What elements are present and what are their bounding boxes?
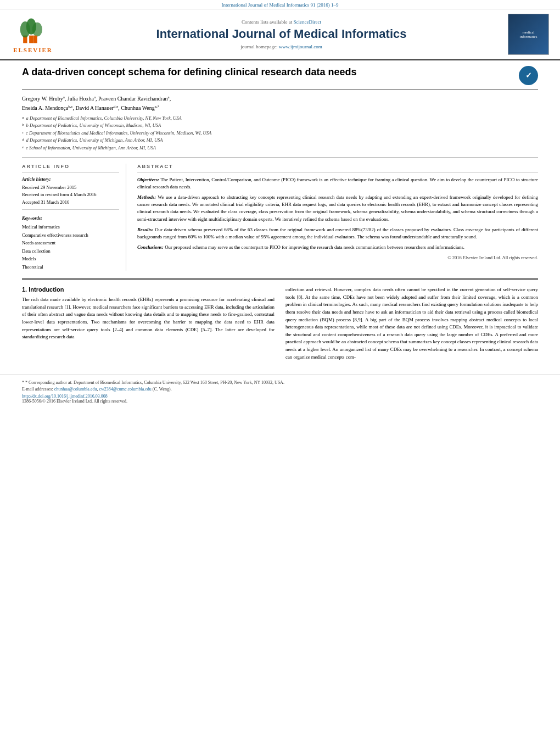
email-suffix: (C. Weng). xyxy=(153,387,172,392)
keyword-5: Models xyxy=(22,255,119,263)
conclusions-label: Conclusions: xyxy=(137,244,164,250)
journal-main-title: International Journal of Medical Informa… xyxy=(55,27,508,41)
intro-para-right-1: collection and retrieval. However, compl… xyxy=(285,286,538,361)
footnote-email: E-mail addresses: chunhua@columbia.edu, … xyxy=(22,386,538,393)
elsevier-text: ELSEVIER xyxy=(13,47,53,53)
divider-1 xyxy=(22,172,119,173)
body-content: 1. Introduction The rich data made avail… xyxy=(22,278,538,364)
intro-right-column: collection and retrieval. However, compl… xyxy=(285,286,538,364)
received-date: Received 29 November 2015 xyxy=(22,184,119,192)
abstract-methods: Methods: We use a data-driven approach t… xyxy=(137,194,538,223)
keyword-4: Data collection xyxy=(22,247,119,255)
keyword-3: Needs assessment xyxy=(22,239,119,247)
email-link[interactable]: chunhua@columbia.edu xyxy=(54,387,97,392)
top-banner: International Journal of Medical Informa… xyxy=(0,0,560,9)
crossmark-icon: ✓ xyxy=(525,71,532,80)
footnote-corresponding: * * Corresponding author at: Department … xyxy=(22,380,538,386)
svg-point-4 xyxy=(32,23,42,37)
journal-header: ELSEVIER Contents lists available at Sci… xyxy=(0,9,560,60)
footnote-text: * Corresponding author at: Department of… xyxy=(25,380,284,385)
article-title: A data-driven concept schema for definin… xyxy=(22,66,513,79)
affiliation-a-text: a Department of Biomedical Informatics, … xyxy=(26,115,182,122)
affiliation-d: dd Department of Pediatrics, University … xyxy=(22,137,538,144)
contents-text: Contents lists available at xyxy=(242,19,292,25)
article-info-column: ARTICLE INFO Article history: Received 2… xyxy=(22,164,126,271)
abstract-objectives: Objectives: The Patient, Intervention, C… xyxy=(137,176,538,191)
email-link-2[interactable]: cw2384@cumc.columbia.edu xyxy=(99,387,151,392)
abstract-divider xyxy=(137,172,538,173)
article-info-section-label: ARTICLE INFO xyxy=(22,164,119,169)
intro-section-label: 1. Introduction xyxy=(22,286,275,293)
methods-label: Methods: xyxy=(137,194,156,200)
keywords-label: Keywords: xyxy=(22,215,119,221)
conclusions-text: Our proposed schema may serve as the cou… xyxy=(165,244,464,250)
accepted-date: Accepted 31 March 2016 xyxy=(22,199,119,207)
abstract-column: ABSTRACT Objectives: The Patient, Interv… xyxy=(137,164,538,271)
article-container: A data-driven concept schema for definin… xyxy=(0,60,560,369)
contents-line: Contents lists available at ScienceDirec… xyxy=(55,19,508,25)
email-label: E-mail addresses: xyxy=(22,387,54,392)
intro-left-column: 1. Introduction The rich data made avail… xyxy=(22,286,275,364)
journal-thumb-text: medicalinformatics xyxy=(520,30,537,39)
results-text: Our data-driven schema preserved 68% of … xyxy=(137,227,538,239)
keyword-1: Medical informatics xyxy=(22,223,119,231)
revised-date: Received in revised form 4 March 2016 xyxy=(22,191,119,199)
homepage-label: journal homepage: xyxy=(240,44,277,49)
affiliations: aa Department of Biomedical Informatics,… xyxy=(22,115,538,152)
copyright-line: © 2016 Elsevier Ireland Ltd. All rights … xyxy=(137,254,538,261)
crossmark-badge[interactable]: ✓ xyxy=(519,66,538,85)
issn-line: 1386-5056/© 2016 Elsevier Ireland Ltd. A… xyxy=(22,399,538,404)
affiliation-c-text: c Department of Biostatistics and Medica… xyxy=(26,130,211,137)
article-title-row: A data-driven concept schema for definin… xyxy=(22,66,538,90)
affiliation-b: bb Department of Pediatrics, University … xyxy=(22,122,538,130)
sciencedirect-link[interactable]: ScienceDirect xyxy=(294,19,321,25)
results-label: Results: xyxy=(137,227,153,232)
svg-rect-5 xyxy=(33,36,37,43)
divider-2 xyxy=(22,209,119,210)
intro-para-1: The rich data made available by electron… xyxy=(22,296,275,341)
intro-left-text: The rich data made available by electron… xyxy=(22,296,275,341)
objectives-label: Objectives: xyxy=(137,177,159,182)
intro-right-text: collection and retrieval. However, compl… xyxy=(285,286,538,361)
keyword-2: Comparative effectiveness research xyxy=(22,231,119,239)
journal-title-center: Contents lists available at ScienceDirec… xyxy=(55,19,508,49)
footer: * * Corresponding author at: Department … xyxy=(0,375,560,407)
svg-rect-1 xyxy=(29,36,33,43)
history-label: Article history: xyxy=(22,176,119,182)
affiliation-b-text: b Department of Pediatrics, University o… xyxy=(26,122,161,130)
affiliation-e: ee School of Information, University of … xyxy=(22,144,538,152)
abstract-content: Objectives: The Patient, Intervention, C… xyxy=(137,176,538,261)
keyword-6: Theoretical xyxy=(22,263,119,271)
journal-thumbnail: medicalinformatics xyxy=(508,14,549,55)
abstract-results: Results: Our data-driven schema preserve… xyxy=(137,226,538,241)
objectives-text: The Patient, Intervention, Control/Compa… xyxy=(137,177,538,189)
methods-text: We use a data-driven approach to abstrac… xyxy=(137,194,538,222)
elsevier-logo: ELSEVIER xyxy=(11,15,55,53)
two-column-section: ARTICLE INFO Article history: Received 2… xyxy=(22,158,538,271)
affiliation-d-text: d Department of Pediatrics, University o… xyxy=(26,137,163,144)
authors: Gregory W. Hrubya, Julia Hoxhaa, Praveen… xyxy=(22,94,538,113)
doi-line[interactable]: http://dx.doi.org/10.1016/j.ijmedinf.201… xyxy=(22,394,538,399)
journal-homepage: journal homepage: www.ijmijournal.com xyxy=(55,44,508,49)
doi-link[interactable]: http://dx.doi.org/10.1016/j.ijmedinf.201… xyxy=(22,394,108,399)
journal-citation: International Journal of Medical Informa… xyxy=(221,2,338,8)
affiliation-c: cc Department of Biostatistics and Medic… xyxy=(22,130,538,137)
elsevier-tree-icon xyxy=(18,15,48,46)
affiliation-e-text: e School of Information, University of M… xyxy=(26,144,156,152)
abstract-conclusions: Conclusions: Our proposed schema may ser… xyxy=(137,244,538,251)
author-list: Gregory W. Hrubya, Julia Hoxhaa, Praveen… xyxy=(22,96,171,110)
affiliation-a: aa Department of Biomedical Informatics,… xyxy=(22,115,538,122)
homepage-url[interactable]: www.ijmijournal.com xyxy=(279,44,322,49)
abstract-section-label: ABSTRACT xyxy=(137,164,538,169)
